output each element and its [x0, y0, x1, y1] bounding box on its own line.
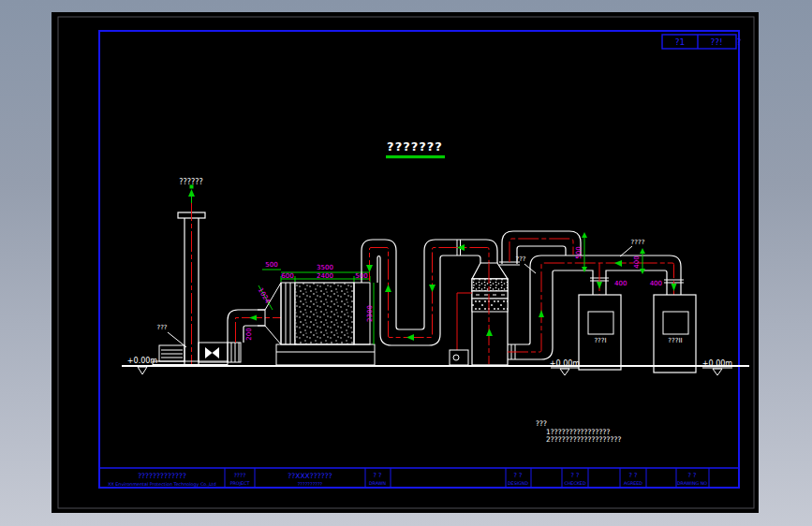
duct-label: ???? — [631, 239, 645, 246]
drawing-no-label-cn: ? ? — [688, 472, 697, 479]
legend-cell-1: ?1 — [675, 37, 686, 47]
company-name-cn: ????????????? — [138, 472, 186, 480]
level-mark-left: +0.00m — [127, 357, 158, 365]
drawing-canvas: ?1 ??! ? ??????? ?????? — [0, 0, 812, 526]
demister-band — [472, 279, 508, 291]
unit-box-1-label: ???I — [594, 337, 606, 344]
level-mark-right: +0.00m — [702, 359, 733, 368]
drawing-no-label-en: DRAWING NO — [677, 481, 707, 486]
fan-label: ??? — [156, 324, 167, 331]
notes-header: ??? — [536, 419, 547, 428]
legend-cell-2: ??! — [710, 37, 722, 47]
unit-box-2-label: ???II — [668, 337, 682, 344]
dim-400-c: 400 — [650, 280, 662, 287]
dim-400-a: 400 — [633, 256, 641, 268]
drawn-label-cn: ? ? — [374, 472, 382, 479]
checked-label-en: CHECKED — [564, 481, 586, 486]
dim-500-drop: 500 — [575, 246, 583, 258]
agreed-label-en: AGREED — [624, 481, 642, 486]
level-mark-mid: +0.00m — [550, 359, 581, 368]
checked-label-cn: ? ? — [571, 472, 580, 479]
stack-label: ?????? — [179, 178, 202, 186]
carbon-media-fill — [295, 283, 354, 344]
dim-500-left: 500 — [265, 261, 277, 269]
dim-2300: 2300 — [366, 305, 374, 322]
project-label-en: PROJECT — [230, 481, 250, 486]
project-label-cn: ???? — [234, 472, 246, 478]
agreed-label-cn: ? ? — [629, 472, 638, 479]
company-name-en: XX Environmental Protection Technology C… — [108, 482, 216, 487]
cad-viewer-window: { "title": { "text": "???????" }, "legen… — [0, 0, 812, 526]
drawing-title: ??????? — [386, 139, 445, 158]
drawn-label-en: DRAWN — [369, 481, 387, 486]
title-underline — [386, 155, 445, 158]
dim-200: 200 — [245, 328, 253, 340]
dim-2400: 2400 — [317, 272, 333, 280]
designed-label-cn: ? ? — [514, 472, 523, 479]
legend-corner-glyph: ? — [737, 37, 742, 47]
designed-label-en: DESIGND — [508, 481, 528, 486]
packing-band — [472, 299, 508, 312]
dim-400-b: 400 — [614, 280, 627, 287]
project-name: ??XXX?????? — [288, 472, 332, 480]
project-subtitle: ?????????? — [298, 481, 323, 487]
dim-3500: 3500 — [317, 264, 333, 271]
notes-line-2: 2??????????????????? — [546, 435, 621, 444]
dim-600: 600 — [281, 272, 293, 280]
page-title: ??????? — [387, 139, 443, 153]
